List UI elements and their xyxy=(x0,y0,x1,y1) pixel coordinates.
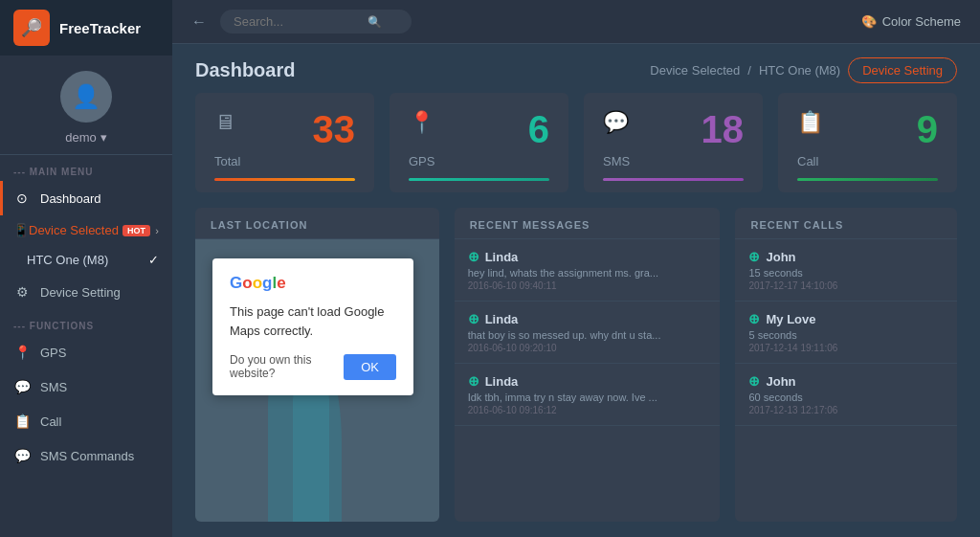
dialog-message: This page can't load Google Maps correct… xyxy=(230,302,396,340)
msg-text-2: Idk tbh, imma try n stay away now. Ive .… xyxy=(468,392,707,403)
call-name-2: ⊕ John xyxy=(748,373,944,389)
call-stat-label: Call xyxy=(797,154,938,168)
sms-icon: 💬 xyxy=(13,379,31,394)
list-item: ⊕ Linda hey lind, whats the assignment m… xyxy=(455,239,721,302)
list-item: ⊕ John 15 seconds 2017-12-17 14:10:06 xyxy=(735,239,957,302)
device-selected-label: Device Selected xyxy=(29,223,119,237)
call-duration-1: 5 seconds xyxy=(748,329,944,341)
device-name-label: HTC One (M8) xyxy=(27,253,108,267)
sidebar-logo: 🔎 FreeTracker xyxy=(0,0,172,56)
msg-text-1: that boy is so messed up. why dnt u sta.… xyxy=(468,329,707,341)
gps-icon: 📍 xyxy=(13,345,31,360)
sms-commands-icon: 💬 xyxy=(13,448,31,463)
dialog-ok-button[interactable]: OK xyxy=(344,354,396,380)
device-icon: 📱 xyxy=(13,223,29,237)
map-error-dialog: Google This page can't load Google Maps … xyxy=(212,258,413,395)
breadcrumb: Device Selected / HTC One (M8) Device Se… xyxy=(650,57,957,83)
list-item: ⊕ Linda Idk tbh, imma try n stay away no… xyxy=(455,364,721,426)
breadcrumb-model: HTC One (M8) xyxy=(759,63,840,78)
main-menu-label: --- MAIN MENU xyxy=(0,155,172,181)
search-input[interactable] xyxy=(234,14,368,29)
panel-location: LAST LOCATION Google This page can't loa… xyxy=(195,208,439,522)
messages-panel-body: ⊕ Linda hey lind, whats the assignment m… xyxy=(455,239,721,522)
location-panel-header: LAST LOCATION xyxy=(195,208,439,239)
gps-stat-label: GPS xyxy=(409,154,549,168)
main-content: ← 🔍 🎨 Color Scheme Dashboard Device Sele… xyxy=(172,0,980,537)
stat-card-total: 🖥 33 Total xyxy=(195,93,374,192)
google-logo: Google xyxy=(230,274,396,293)
dashboard-header: Dashboard Device Selected / HTC One (M8)… xyxy=(172,44,980,93)
call-bar xyxy=(797,178,938,181)
plus-icon-1: ⊕ xyxy=(468,311,479,326)
location-panel-body: Google This page can't load Google Maps … xyxy=(195,239,439,522)
msg-sender-0: ⊕ Linda xyxy=(468,249,707,264)
msg-sender-1: ⊕ Linda xyxy=(468,311,707,326)
chevron-right-icon: › xyxy=(155,225,159,236)
panel-calls: RECENT CALLS ⊕ John 15 seconds 2017-12-1… xyxy=(735,208,957,522)
call-count: 9 xyxy=(917,110,938,148)
sidebar-item-device-setting[interactable]: ⚙ Device Setting xyxy=(0,275,172,309)
color-scheme-icon: 🎨 xyxy=(861,14,877,29)
check-icon: ✓ xyxy=(148,253,159,267)
stat-card-sms: 💬 18 SMS xyxy=(584,93,763,192)
hot-badge: HOT xyxy=(122,225,150,236)
msg-sender-2: ⊕ Linda xyxy=(468,373,707,389)
panel-messages: RECENT MESSAGES ⊕ Linda hey lind, whats … xyxy=(455,208,721,522)
call-time-2: 2017-12-13 12:17:06 xyxy=(748,405,944,415)
total-label: Total xyxy=(214,154,355,168)
dashboard-icon: ⊙ xyxy=(13,190,31,206)
gps-label: GPS xyxy=(40,346,66,360)
sms-stat-label: SMS xyxy=(603,154,744,168)
sidebar-item-dashboard[interactable]: ⊙ Dashboard xyxy=(0,181,172,215)
sidebar-item-device-selected[interactable]: 📱 Device Selected HOT › xyxy=(0,215,172,245)
device-setting-label: Device Setting xyxy=(40,285,121,300)
call-time-1: 2017-12-14 19:11:06 xyxy=(748,343,944,353)
list-item: ⊕ Linda that boy is so messed up. why dn… xyxy=(455,302,721,364)
msg-text-0: hey lind, whats the assignment ms. gra..… xyxy=(468,267,707,279)
call-plus-icon-0: ⊕ xyxy=(748,249,760,264)
back-button[interactable]: ← xyxy=(191,13,207,31)
message-icon: 💬 xyxy=(603,110,629,135)
list-item: ⊕ John 60 seconds 2017-12-13 12:17:06 xyxy=(735,364,957,426)
search-box[interactable]: 🔍 xyxy=(220,10,412,34)
total-bar xyxy=(214,178,355,181)
calls-panel-body: ⊕ John 15 seconds 2017-12-17 14:10:06 ⊕ … xyxy=(735,239,957,522)
sidebar-item-dashboard-label: Dashboard xyxy=(40,191,101,206)
sms-label: SMS xyxy=(40,380,67,394)
dropdown-arrow-icon: ▾ xyxy=(100,130,107,145)
messages-panel-header: RECENT MESSAGES xyxy=(455,208,721,239)
call-duration-0: 15 seconds xyxy=(748,267,944,279)
gear-icon: ⚙ xyxy=(13,284,31,300)
topbar-right: 🎨 Color Scheme xyxy=(861,14,961,29)
dialog-footer: Do you own this website? OK xyxy=(230,353,396,380)
gps-count: 6 xyxy=(528,110,549,148)
sidebar-item-device-name[interactable]: HTC One (M8) ✓ xyxy=(0,245,172,275)
call-icon: 📋 xyxy=(13,414,31,429)
call-time-0: 2017-12-17 14:10:06 xyxy=(748,280,944,291)
device-setting-button[interactable]: Device Setting xyxy=(848,57,957,83)
call-duration-2: 60 seconds xyxy=(748,392,944,403)
sidebar-item-gps[interactable]: 📍 GPS xyxy=(0,335,172,369)
search-icon: 🔍 xyxy=(368,15,382,29)
sidebar-item-call[interactable]: 📋 Call xyxy=(0,404,172,438)
page-title: Dashboard xyxy=(195,59,295,81)
breadcrumb-sep: / xyxy=(747,63,751,78)
app-name: FreeTracker xyxy=(59,20,141,36)
sms-bar xyxy=(603,178,744,181)
list-item: ⊕ My Love 5 seconds 2017-12-14 19:11:06 xyxy=(735,302,957,364)
color-scheme-button[interactable]: 🎨 Color Scheme xyxy=(861,14,961,29)
call-label: Call xyxy=(40,414,61,429)
sidebar-item-sms-commands[interactable]: 💬 SMS Commands xyxy=(0,438,172,473)
username-label: demo xyxy=(65,130,97,145)
gps-bar xyxy=(409,178,549,181)
color-scheme-label: Color Scheme xyxy=(882,14,961,29)
sidebar-item-sms[interactable]: 💬 SMS xyxy=(0,369,172,404)
calls-panel-header: RECENT CALLS xyxy=(735,208,957,239)
avatar: 👤 xyxy=(60,71,112,123)
stat-card-gps: 📍 6 GPS xyxy=(390,93,568,192)
plus-icon-2: ⊕ xyxy=(468,373,479,389)
sms-count: 18 xyxy=(702,110,745,148)
call-plus-icon-2: ⊕ xyxy=(748,373,760,389)
location-icon: 📍 xyxy=(409,110,434,135)
topbar: ← 🔍 🎨 Color Scheme xyxy=(172,0,980,44)
